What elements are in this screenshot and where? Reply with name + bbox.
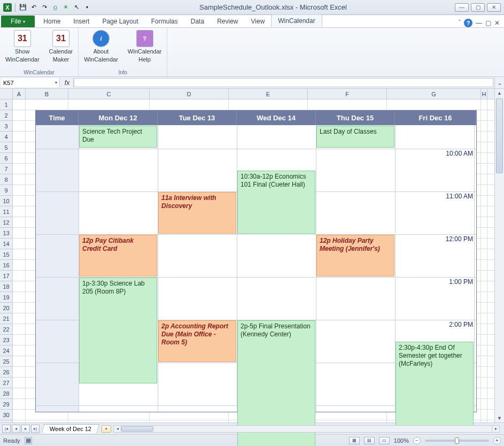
calendar-event[interactable]: Science Tech Project Due: [79, 126, 157, 148]
row-header-18[interactable]: 18: [0, 281, 12, 292]
ribbon-tab-view[interactable]: View: [245, 16, 272, 27]
row-header-6[interactable]: 6: [0, 153, 12, 164]
sheet-nav-first[interactable]: |◂: [2, 425, 11, 433]
cells-grid[interactable]: TimeMon Dec 12Tue Dec 13Wed Dec 14Thu De…: [13, 99, 494, 422]
cursor-icon[interactable]: ↖: [72, 3, 81, 12]
horizontal-scrollbar-thumb[interactable]: [121, 426, 153, 432]
row-header-29[interactable]: 29: [0, 399, 12, 410]
name-box[interactable]: K57 ▾: [1, 78, 60, 87]
formula-expand-icon[interactable]: ⌄: [494, 77, 504, 88]
ribbon-tab-review[interactable]: Review: [211, 16, 244, 27]
row-header-5[interactable]: 5: [0, 142, 12, 153]
zoom-out-button[interactable]: −: [413, 437, 421, 444]
row-header-26[interactable]: 26: [0, 367, 12, 378]
row-header-17[interactable]: 17: [0, 271, 12, 281]
redo-icon[interactable]: ↷: [40, 3, 49, 12]
select-all-corner[interactable]: [0, 89, 13, 99]
column-header-D[interactable]: D: [150, 89, 229, 99]
view-page-break-button[interactable]: ▭: [379, 437, 390, 444]
row-header-21[interactable]: 21: [0, 313, 12, 324]
row-header-15[interactable]: 15: [0, 249, 12, 260]
column-header-G[interactable]: G: [387, 89, 481, 99]
zoom-slider[interactable]: [425, 440, 489, 442]
ribbon-minimize-icon[interactable]: ˆ: [459, 19, 461, 27]
ribbon-item-calendar-maker[interactable]: 31CalendarMaker: [49, 30, 73, 63]
maximize-button[interactable]: ▢: [471, 3, 485, 12]
minimize-button[interactable]: —: [455, 3, 469, 12]
row-header-11[interactable]: 11: [0, 206, 12, 217]
row-header-23[interactable]: 23: [0, 335, 12, 345]
row-header-12[interactable]: 12: [0, 217, 12, 228]
mdi-restore-icon[interactable]: ▢: [485, 19, 491, 27]
scroll-right-icon[interactable]: ▸: [492, 426, 499, 432]
sheet-nav-prev[interactable]: ◂: [12, 425, 20, 433]
undo-icon[interactable]: ↶: [29, 3, 38, 12]
column-header-E[interactable]: E: [229, 89, 308, 99]
ribbon-tab-formulas[interactable]: Formulas: [145, 16, 184, 27]
row-header-19[interactable]: 19: [0, 292, 12, 303]
new-icon[interactable]: ☀: [61, 3, 70, 12]
fx-label[interactable]: fx: [61, 78, 74, 87]
qat-dropdown-icon[interactable]: ▾: [83, 3, 91, 12]
formula-input[interactable]: [74, 78, 493, 87]
sheet-tab-active[interactable]: Week of Dec 12: [42, 424, 100, 433]
row-header-22[interactable]: 22: [0, 324, 12, 335]
row-header-20[interactable]: 20: [0, 303, 12, 313]
calendar-event[interactable]: 12p Pay Citibank Credit Card: [79, 235, 157, 276]
help-icon[interactable]: ?: [464, 19, 472, 27]
ribbon-tab-wincalendar[interactable]: WinCalendar: [271, 14, 322, 27]
ribbon-item-wincalendar-help[interactable]: ?WinCalendarHelp: [128, 30, 162, 63]
row-header-8[interactable]: 8: [0, 174, 12, 185]
print-icon[interactable]: ⎙: [51, 3, 59, 12]
view-page-layout-button[interactable]: ▤: [364, 437, 375, 444]
zoom-value[interactable]: 100%: [394, 437, 409, 444]
row-header-24[interactable]: 24: [0, 345, 12, 356]
row-header-1[interactable]: 1: [0, 99, 12, 110]
row-header-30[interactable]: 30: [0, 410, 12, 420]
ribbon-item-show-wincalendar[interactable]: 31ShowWinCalendar: [5, 30, 40, 63]
column-header-C[interactable]: C: [68, 89, 150, 99]
scroll-down-icon[interactable]: ▼: [495, 414, 504, 422]
horizontal-scrollbar[interactable]: ◂ ▸: [113, 425, 500, 433]
calendar-event[interactable]: Last Day of Classes: [316, 126, 394, 148]
row-header-13[interactable]: 13: [0, 228, 12, 239]
row-header-2[interactable]: 2: [0, 110, 12, 121]
close-button[interactable]: ✕: [487, 3, 501, 12]
column-header-B[interactable]: B: [26, 89, 68, 99]
scroll-left-icon[interactable]: ◂: [114, 426, 121, 432]
vertical-scrollbar-thumb[interactable]: [496, 98, 503, 173]
row-header-16[interactable]: 16: [0, 260, 12, 271]
scroll-up-icon[interactable]: ▲: [495, 89, 504, 97]
calendar-body[interactable]: 10:00 AM11:00 AM12:00 PM1:00 PM2:00 PM3:…: [36, 125, 476, 412]
calendar-event[interactable]: 2p Accounting Report Due (Main Office - …: [158, 320, 236, 362]
file-tab[interactable]: File: [1, 16, 35, 27]
macro-record-icon[interactable]: ▦: [25, 437, 32, 444]
row-header-4[interactable]: 4: [0, 132, 12, 142]
sheet-nav-next[interactable]: ▸: [21, 425, 30, 433]
column-header-H[interactable]: H: [481, 89, 487, 99]
row-header-25[interactable]: 25: [0, 356, 12, 367]
row-header-27[interactable]: 27: [0, 378, 12, 388]
save-icon[interactable]: 💾: [19, 3, 27, 12]
new-sheet-icon[interactable]: ✦: [102, 425, 111, 433]
row-header-14[interactable]: 14: [0, 239, 12, 249]
row-header-28[interactable]: 28: [0, 388, 12, 399]
ribbon-tab-page-layout[interactable]: Page Layout: [96, 16, 144, 27]
view-normal-button[interactable]: ▦: [349, 437, 360, 444]
ribbon-tab-home[interactable]: Home: [37, 16, 67, 27]
zoom-in-button[interactable]: +: [493, 437, 501, 444]
row-header-7[interactable]: 7: [0, 164, 12, 174]
zoom-slider-thumb[interactable]: [455, 437, 459, 444]
ribbon-tab-data[interactable]: Data: [184, 16, 211, 27]
calendar-event[interactable]: 1p-3:30p Science Lab 205 (Room 8P): [79, 278, 157, 383]
mdi-close-icon[interactable]: ✕: [494, 19, 500, 27]
row-header-10[interactable]: 10: [0, 196, 12, 206]
row-header-9[interactable]: 9: [0, 185, 12, 196]
ribbon-item-about-wincalendar[interactable]: iAboutWinCalendar: [84, 30, 118, 63]
calendar-event[interactable]: 2:30p-4:30p End Of Semester get together…: [396, 342, 474, 426]
calendar-event[interactable]: 10:30a-12p Economics 101 Final (Cueter H…: [237, 171, 315, 234]
sheet-nav-last[interactable]: ▸|: [31, 425, 40, 433]
mdi-minimize-icon[interactable]: —: [476, 19, 482, 27]
ribbon-tab-insert[interactable]: Insert: [67, 16, 96, 27]
vertical-scrollbar[interactable]: ▲ ▼: [494, 89, 504, 422]
